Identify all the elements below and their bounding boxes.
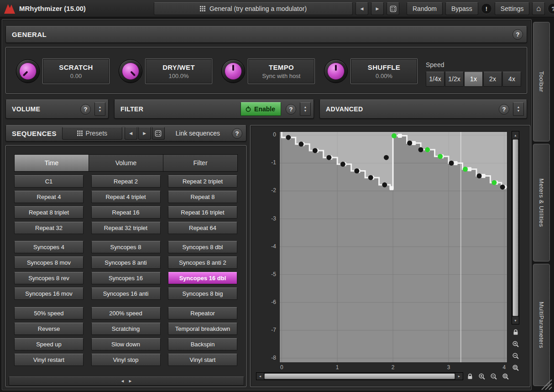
- tempo-knob[interactable]: [221, 59, 245, 83]
- seq-button[interactable]: Syncopes 8 rev: [14, 272, 84, 284]
- tab-volume[interactable]: Volume: [89, 155, 163, 171]
- help-icon[interactable]: ?: [286, 104, 296, 115]
- zoom-in-icon[interactable]: [512, 340, 520, 348]
- volume-section-header[interactable]: VOLUME ? ▲▼: [5, 99, 109, 119]
- speed-option-1x[interactable]: 1x: [464, 72, 483, 87]
- seq-button[interactable]: Repeat 32 triplet: [91, 222, 161, 234]
- preset-next-button[interactable]: ▶: [371, 2, 384, 15]
- filter-enable-button[interactable]: Enable: [240, 102, 281, 116]
- help-icon[interactable]: ?: [499, 104, 509, 115]
- zoom-out-icon[interactable]: [512, 352, 520, 360]
- drywet-knob[interactable]: [119, 59, 142, 83]
- help-button[interactable]: ?: [548, 3, 554, 14]
- seq-button[interactable]: Syncopes 8 anti 2: [168, 256, 237, 269]
- seq-button[interactable]: Vinyl start: [168, 354, 237, 366]
- randomize-preset-button[interactable]: [387, 2, 399, 15]
- lock-icon[interactable]: [512, 328, 520, 336]
- seq-button[interactable]: Vinyl restart: [14, 354, 84, 366]
- shuffle-knob[interactable]: [324, 59, 348, 83]
- horizontal-scrollbar-thumb[interactable]: [264, 373, 455, 379]
- seq-button[interactable]: 200% speed: [91, 307, 161, 319]
- seq-button[interactable]: C1: [14, 175, 84, 188]
- seq-button[interactable]: Repeat 4: [14, 191, 84, 203]
- general-section-header[interactable]: GENERAL ?: [5, 26, 527, 43]
- resize-handle[interactable]: [541, 379, 552, 392]
- scroll-left-arrow[interactable]: ◄: [256, 373, 264, 380]
- sequence-prev-button[interactable]: ◀: [125, 127, 137, 140]
- melda-logo[interactable]: [4, 3, 16, 14]
- seq-button[interactable]: Repeat 8: [168, 191, 237, 203]
- help-icon[interactable]: ?: [232, 128, 242, 139]
- seq-button[interactable]: Repeat 16: [91, 206, 161, 219]
- advanced-section-header[interactable]: ADVANCED ? ▲▼: [319, 99, 527, 119]
- seq-button[interactable]: Temporal breakdown: [168, 323, 237, 335]
- seq-button[interactable]: Repeat 4 triplet: [91, 191, 161, 203]
- graph-horizontal-scrollbar[interactable]: ◄ ►: [256, 372, 463, 380]
- seq-button[interactable]: 50% speed: [14, 307, 84, 319]
- bypass-button[interactable]: Bypass: [445, 2, 478, 15]
- settings-button[interactable]: Settings: [495, 2, 530, 15]
- seq-button[interactable]: Repeat 32: [14, 222, 84, 234]
- speed-option-2x[interactable]: 2x: [483, 72, 502, 87]
- tempo-value-box[interactable]: TEMPO Sync with host: [248, 59, 314, 84]
- seq-button[interactable]: Backspin: [168, 338, 237, 350]
- speed-option-4x[interactable]: 4x: [502, 72, 521, 87]
- help-icon[interactable]: ?: [512, 29, 523, 40]
- scroll-right-arrow[interactable]: ►: [455, 373, 463, 380]
- sequence-randomize-button[interactable]: [152, 127, 165, 140]
- scroll-down-arrow[interactable]: ▼: [512, 317, 519, 324]
- speed-option-14x[interactable]: 1/4x: [426, 72, 444, 87]
- seq-button[interactable]: Syncopes 8 anti: [91, 256, 161, 269]
- sequence-list-scrollbar[interactable]: ◄ ►: [9, 376, 244, 386]
- zoom-in-icon[interactable]: [478, 372, 486, 381]
- seq-button[interactable]: Syncopes 16: [91, 272, 161, 284]
- vertical-scrollbar-thumb[interactable]: [512, 139, 518, 316]
- filter-section-header[interactable]: FILTER Enable ? ▲▼: [114, 99, 314, 119]
- seq-button[interactable]: Repeat 2: [91, 175, 161, 188]
- seq-button[interactable]: Vinyl stop: [91, 354, 161, 366]
- sequence-editor-canvas[interactable]: [280, 132, 507, 362]
- seq-button[interactable]: Reverse: [14, 323, 84, 335]
- seq-button[interactable]: Syncopes 8: [91, 241, 161, 253]
- speed-option-12x[interactable]: 1/2x: [445, 72, 464, 87]
- scratch-value-box[interactable]: SCRATCH 0.00: [43, 59, 109, 84]
- preset-selector[interactable]: General (try enabling a modulator): [154, 2, 353, 15]
- seq-button[interactable]: Repeator: [168, 307, 237, 319]
- drywet-value-box[interactable]: DRY/WET 100.0%: [146, 59, 212, 84]
- tab-filter[interactable]: Filter: [163, 155, 237, 171]
- seq-button[interactable]: Repeat 8 triplet: [14, 206, 84, 219]
- seq-button[interactable]: Repeat 2 triplet: [168, 175, 237, 188]
- seq-button[interactable]: Syncopes 4: [14, 241, 84, 253]
- seq-button[interactable]: Syncopes 8 big: [168, 287, 237, 300]
- graph-vertical-scrollbar[interactable]: ▲ ▼: [512, 131, 519, 324]
- filter-collapse-spinner[interactable]: ▲▼: [300, 102, 311, 116]
- zoom-out-icon[interactable]: [490, 372, 498, 381]
- drawer-meters-utilities[interactable]: Meters & Utilities: [533, 144, 550, 261]
- seq-button[interactable]: Scratching: [91, 323, 161, 335]
- sequence-next-button[interactable]: ▶: [138, 127, 151, 140]
- link-sequences-toggle[interactable]: Link sequences: [176, 130, 220, 137]
- seq-button[interactable]: Syncopes 8 mov: [14, 256, 84, 269]
- drawer-toolbar[interactable]: Toolbar: [533, 22, 550, 141]
- alert-icon[interactable]: !: [481, 3, 492, 14]
- preset-prev-button[interactable]: ◀: [355, 2, 368, 15]
- shuffle-value-box[interactable]: SHUFFLE 0.00%: [351, 59, 417, 84]
- drawer-multiparameters[interactable]: MultiParameters: [533, 264, 550, 386]
- scroll-up-arrow[interactable]: ▲: [512, 131, 519, 139]
- seq-button[interactable]: Repeat 64: [168, 222, 237, 234]
- tab-time[interactable]: Time: [15, 155, 89, 171]
- seq-button[interactable]: Repeat 16 triplet: [168, 206, 237, 219]
- lock-icon[interactable]: [466, 372, 474, 381]
- seq-button[interactable]: Syncopes 16 mov: [14, 287, 84, 300]
- seq-button[interactable]: Syncopes 16 anti: [91, 287, 161, 300]
- seq-button[interactable]: Syncopes 16 dbl: [168, 272, 237, 284]
- sequence-presets-button[interactable]: Presets: [62, 127, 122, 140]
- advanced-collapse-spinner[interactable]: ▲▼: [513, 102, 524, 116]
- zoom-fit-icon[interactable]: [502, 372, 510, 381]
- home-button[interactable]: ⌂: [532, 2, 545, 15]
- seq-button[interactable]: Speed up: [14, 338, 84, 350]
- seq-button[interactable]: Syncopes 8 dbl: [168, 241, 237, 253]
- random-button[interactable]: Random: [407, 2, 443, 15]
- volume-collapse-spinner[interactable]: ▲▼: [94, 102, 105, 116]
- scratch-knob[interactable]: [16, 59, 40, 83]
